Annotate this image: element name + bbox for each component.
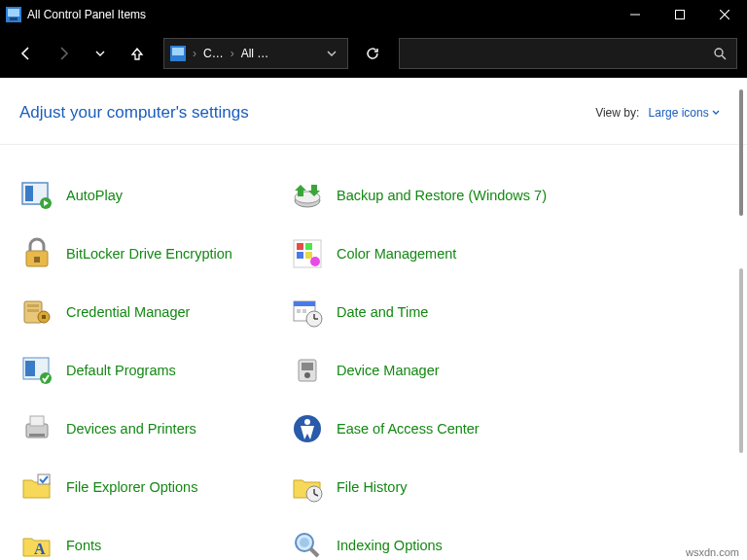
view-by: View by: Large icons bbox=[595, 106, 720, 120]
items-grid: AutoPlay Backup and Restore (Windows 7) … bbox=[0, 145, 747, 560]
address-bar[interactable]: › C… › All … bbox=[163, 38, 348, 69]
svg-rect-21 bbox=[297, 252, 303, 259]
svg-rect-12 bbox=[25, 186, 33, 201]
content-area: Adjust your computer's settings View by:… bbox=[0, 78, 747, 560]
search-box[interactable] bbox=[399, 38, 737, 69]
svg-line-53 bbox=[310, 548, 318, 556]
address-dropdown[interactable] bbox=[322, 49, 341, 58]
maximize-button[interactable] bbox=[658, 0, 702, 29]
default-programs-item[interactable]: Default Programs bbox=[19, 353, 282, 388]
file-history-item[interactable]: File History bbox=[290, 470, 552, 505]
autoplay-item[interactable]: AutoPlay bbox=[19, 178, 282, 213]
svg-rect-19 bbox=[297, 243, 303, 250]
svg-text:A: A bbox=[34, 541, 46, 557]
file-explorer-icon bbox=[19, 470, 54, 505]
breadcrumb-part[interactable]: C… bbox=[203, 47, 224, 60]
svg-rect-1 bbox=[8, 9, 19, 17]
refresh-button[interactable] bbox=[356, 38, 389, 69]
svg-point-23 bbox=[310, 257, 320, 266]
credential-manager-item[interactable]: Credential Manager bbox=[19, 295, 282, 330]
svg-rect-26 bbox=[27, 309, 39, 312]
control-panel-addr-icon bbox=[170, 46, 186, 61]
chevron-right-icon: › bbox=[193, 47, 196, 60]
svg-rect-32 bbox=[302, 309, 306, 313]
svg-rect-30 bbox=[294, 301, 315, 306]
indexing-options-item[interactable]: Indexing Options bbox=[290, 528, 552, 560]
ease-of-access-item[interactable]: Ease of Access Center bbox=[290, 411, 552, 446]
autoplay-icon bbox=[19, 178, 54, 213]
svg-point-46 bbox=[304, 419, 310, 425]
indexing-icon bbox=[290, 528, 325, 560]
svg-rect-28 bbox=[42, 315, 46, 319]
devices-printers-item[interactable]: Devices and Printers bbox=[19, 411, 282, 446]
window-title: All Control Panel Items bbox=[27, 8, 613, 21]
svg-rect-44 bbox=[29, 434, 45, 437]
titlebar: All Control Panel Items bbox=[0, 0, 747, 29]
recent-dropdown[interactable] bbox=[84, 38, 117, 69]
item-label: Devices and Printers bbox=[66, 420, 196, 438]
svg-rect-43 bbox=[30, 416, 44, 426]
header-row: Adjust your computer's settings View by:… bbox=[0, 78, 747, 145]
color-mgmt-icon bbox=[290, 236, 325, 271]
page-heading: Adjust your computer's settings bbox=[19, 103, 249, 122]
fonts-item[interactable]: A Fonts bbox=[19, 528, 282, 560]
svg-point-41 bbox=[304, 372, 310, 378]
item-label: Indexing Options bbox=[337, 537, 443, 554]
item-label: Backup and Restore (Windows 7) bbox=[337, 187, 547, 204]
backup-restore-item[interactable]: Backup and Restore (Windows 7) bbox=[290, 178, 552, 213]
item-label: BitLocker Drive Encryption bbox=[66, 245, 232, 262]
item-label: Color Management bbox=[337, 245, 456, 262]
device-mgr-icon bbox=[290, 353, 325, 388]
ease-access-icon bbox=[290, 411, 325, 446]
svg-rect-47 bbox=[38, 474, 50, 484]
svg-rect-22 bbox=[305, 252, 312, 259]
up-button[interactable] bbox=[121, 38, 154, 69]
chevron-right-icon: › bbox=[231, 47, 234, 60]
view-by-label: View by: bbox=[595, 106, 639, 120]
scrollbar[interactable] bbox=[739, 84, 743, 554]
svg-rect-8 bbox=[172, 48, 184, 55]
item-label: Fonts bbox=[66, 537, 101, 554]
credential-icon bbox=[19, 295, 54, 330]
search-icon bbox=[713, 47, 727, 60]
devices-printers-icon bbox=[19, 411, 54, 446]
item-label: Default Programs bbox=[66, 362, 176, 379]
svg-point-54 bbox=[300, 538, 309, 547]
fonts-icon: A bbox=[19, 528, 54, 560]
item-label: File History bbox=[337, 478, 408, 496]
item-label: Ease of Access Center bbox=[337, 420, 480, 438]
item-label: Date and Time bbox=[337, 303, 428, 321]
svg-rect-4 bbox=[676, 11, 685, 19]
color-management-item[interactable]: Color Management bbox=[290, 236, 552, 271]
minimize-button[interactable] bbox=[613, 0, 658, 29]
svg-rect-17 bbox=[34, 257, 40, 262]
bitlocker-item[interactable]: BitLocker Drive Encryption bbox=[19, 236, 282, 271]
device-manager-item[interactable]: Device Manager bbox=[290, 353, 552, 388]
svg-point-9 bbox=[715, 49, 723, 56]
close-button[interactable] bbox=[702, 0, 747, 29]
scroll-thumb[interactable] bbox=[739, 268, 743, 453]
bitlocker-icon bbox=[19, 236, 54, 271]
svg-rect-40 bbox=[302, 363, 313, 370]
svg-rect-25 bbox=[27, 304, 39, 307]
watermark: wsxdn.com bbox=[686, 546, 739, 558]
control-panel-icon bbox=[6, 7, 21, 22]
default-programs-icon bbox=[19, 353, 54, 388]
navbar: › C… › All … bbox=[0, 29, 747, 78]
svg-line-10 bbox=[722, 55, 726, 59]
date-time-item[interactable]: Date and Time bbox=[290, 295, 552, 330]
file-history-icon bbox=[290, 470, 325, 505]
back-button[interactable] bbox=[10, 38, 43, 69]
svg-rect-2 bbox=[10, 18, 18, 20]
view-by-dropdown[interactable]: Large icons bbox=[649, 106, 720, 120]
breadcrumb-part[interactable]: All … bbox=[241, 47, 269, 60]
backup-icon bbox=[290, 178, 325, 213]
file-explorer-options-item[interactable]: File Explorer Options bbox=[19, 470, 282, 505]
item-label: File Explorer Options bbox=[66, 478, 197, 496]
item-label: Device Manager bbox=[337, 362, 440, 379]
item-label: AutoPlay bbox=[66, 187, 123, 204]
scroll-thumb[interactable] bbox=[739, 89, 743, 216]
datetime-icon bbox=[290, 295, 325, 330]
svg-rect-37 bbox=[25, 361, 35, 376]
forward-button[interactable] bbox=[47, 38, 80, 69]
